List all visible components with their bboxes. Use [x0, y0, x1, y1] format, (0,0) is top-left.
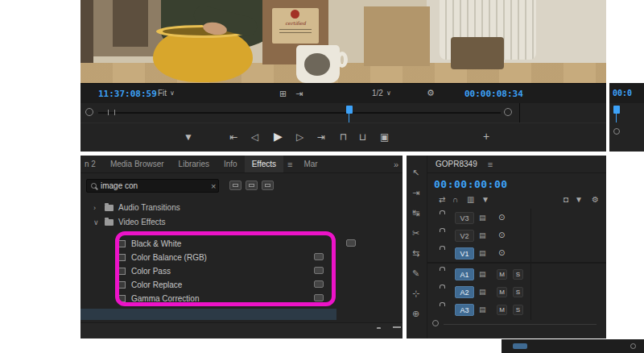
secondary-monitor-fragment: 00:0: [609, 83, 644, 152]
track-target-a1[interactable]: A1: [455, 268, 474, 280]
shield-icon[interactable]: ◘: [564, 196, 568, 204]
secondary-playhead[interactable]: [613, 106, 620, 114]
add-marker-icon[interactable]: ▼: [481, 196, 489, 204]
source-patch-icon[interactable]: ▤: [479, 231, 486, 239]
yuv-effects-filter-icon[interactable]: [262, 181, 274, 190]
accelerated-effects-filter-icon[interactable]: [229, 181, 242, 190]
add-button[interactable]: +: [483, 131, 489, 142]
linked-selection-icon[interactable]: ▥: [467, 196, 474, 204]
selected-bin-row[interactable]: [80, 309, 336, 320]
monitor-playhead-stem: [349, 113, 349, 123]
chevron-right-icon[interactable]: ›: [93, 204, 100, 212]
effect-row-color-balance[interactable]: Color Balance (RGB): [118, 251, 207, 264]
play-button[interactable]: ▶: [274, 131, 283, 142]
solo-button[interactable]: S: [513, 305, 523, 315]
nest-icon[interactable]: ⇄: [439, 196, 445, 204]
timeline-scrollbar[interactable]: [444, 324, 597, 325]
add-marker-button[interactable]: ▼: [184, 132, 193, 142]
zoom-level-dropdown[interactable]: Fit ∨: [158, 89, 175, 98]
category-audio-transitions[interactable]: › Audio Transitions: [80, 201, 402, 214]
selection-tool-icon[interactable]: ↖: [412, 168, 419, 177]
mute-button[interactable]: M: [497, 305, 507, 315]
playback-resolution-dropdown[interactable]: 1/2 ∨: [372, 89, 391, 98]
source-patch-icon[interactable]: ▤: [479, 305, 486, 314]
source-patch-icon[interactable]: ▤: [479, 214, 486, 222]
timeline-timecode[interactable]: 00:00:00:00: [434, 178, 508, 190]
chevron-down-icon[interactable]: ∨: [93, 218, 100, 226]
source-patch-icon[interactable]: ▤: [479, 270, 486, 278]
extract-button[interactable]: ⊔: [359, 132, 366, 142]
effect-row-color-pass[interactable]: Color Pass: [118, 264, 171, 277]
timeline-tab[interactable]: GOPR8349: [436, 160, 477, 168]
hand-tool-icon[interactable]: ⊹: [412, 289, 419, 298]
effect-row-black-and-white[interactable]: Black & White: [118, 237, 181, 250]
tab-info[interactable]: Info: [217, 156, 245, 173]
tab-markers-partial[interactable]: Mar: [296, 156, 324, 173]
step-back-button[interactable]: ◁: [251, 132, 258, 142]
timeline-settings-wrench-icon[interactable]: ⚙: [592, 196, 599, 204]
eye-icon[interactable]: ⊙: [498, 230, 505, 239]
track-row-a3: A3 ▤ M S: [427, 302, 606, 318]
effect-row-color-replace[interactable]: Color Replace: [118, 278, 182, 291]
zoom-tool-icon[interactable]: ⊕: [412, 309, 419, 318]
snap-icon[interactable]: ∩: [452, 196, 458, 204]
timeline-panel: GOPR8349 ≡ 00:00:00:00 ⇄ ∩ ▥ ▼ ◘ ▼ ⚙ V3 …: [427, 156, 606, 338]
pen-tool-icon[interactable]: ✎: [412, 269, 419, 278]
eye-icon[interactable]: ⊙: [498, 213, 505, 222]
zoom-level-value: Fit: [158, 89, 167, 98]
current-timecode[interactable]: 11:37:08:59: [98, 89, 157, 99]
track-target-v2[interactable]: V2: [455, 230, 474, 242]
go-to-out-button[interactable]: ⇥: [317, 132, 325, 142]
program-monitor: certified 11:37:08:59 Fit ∨ ⊞: [80, 0, 606, 152]
slip-tool-icon[interactable]: ⇆: [412, 249, 419, 258]
marker-menu-icon[interactable]: ▼: [575, 196, 583, 204]
scrubber-left-handle[interactable]: [85, 108, 93, 116]
ripple-edit-tool-icon[interactable]: ↹: [412, 209, 419, 218]
razor-tool-icon[interactable]: ✂: [412, 229, 419, 238]
track-select-tool-icon[interactable]: ⇥: [412, 189, 419, 197]
export-frame-button[interactable]: ▣: [380, 132, 389, 142]
track-target-a2[interactable]: A2: [455, 286, 474, 298]
timeline-scroll-handle[interactable]: [432, 320, 439, 326]
source-patch-icon[interactable]: ▤: [479, 249, 486, 257]
track-target-v3[interactable]: V3: [455, 212, 474, 224]
category-video-effects[interactable]: ∨ Video Effects: [80, 215, 402, 229]
horizontal-scrollbar-handle[interactable]: [513, 343, 527, 349]
clear-search-icon[interactable]: ×: [211, 181, 216, 191]
duration-timecode: 00:00:08:34: [464, 89, 523, 99]
tab-partial[interactable]: n 2: [80, 156, 103, 173]
panel-menu-icon[interactable]: ≡: [283, 160, 296, 169]
tab-effects[interactable]: Effects: [245, 156, 283, 173]
settings-grid-icon[interactable]: ⊞: [279, 89, 287, 98]
source-patch-icon[interactable]: ▤: [479, 288, 486, 296]
effects-bottom-bar: [80, 322, 402, 338]
mute-button[interactable]: M: [497, 287, 507, 297]
eye-icon[interactable]: ⊙: [498, 248, 505, 257]
mute-button[interactable]: M: [497, 269, 507, 280]
go-to-in-button[interactable]: ⇤: [229, 132, 237, 142]
scrubber-right-handle[interactable]: [504, 108, 512, 116]
bottom-scrollbar-strip: [502, 339, 644, 353]
scrubber-track[interactable]: [98, 112, 501, 114]
effects-panel: n 2 Media Browser Libraries Info Effects…: [80, 156, 402, 338]
tab-media-browser[interactable]: Media Browser: [103, 156, 171, 173]
monitor-playhead[interactable]: [346, 106, 353, 114]
search-input[interactable]: [101, 181, 207, 190]
overflow-icon[interactable]: »: [390, 160, 402, 169]
32bit-color-filter-icon[interactable]: [246, 181, 258, 190]
solo-button[interactable]: S: [513, 269, 523, 280]
lift-button[interactable]: ⊓: [340, 132, 347, 142]
effect-row-gamma-correction[interactable]: Gamma Correction: [118, 292, 199, 305]
track-target-v1[interactable]: V1: [455, 247, 474, 260]
search-icon: [91, 183, 97, 189]
step-forward-button[interactable]: ▷: [296, 132, 303, 142]
tab-libraries[interactable]: Libraries: [171, 156, 217, 173]
panel-menu-icon[interactable]: ≡: [484, 160, 497, 169]
jump-icon[interactable]: ⇥: [295, 89, 303, 98]
secondary-scroll-handle[interactable]: [613, 128, 620, 135]
track-target-a3[interactable]: A3: [455, 304, 474, 316]
monitor-settings-wrench-icon[interactable]: ⚙: [427, 89, 435, 98]
solo-button[interactable]: S: [513, 287, 523, 297]
scrollbar-end-handle[interactable]: [630, 343, 636, 349]
playback-resolution-value: 1/2: [372, 89, 383, 98]
